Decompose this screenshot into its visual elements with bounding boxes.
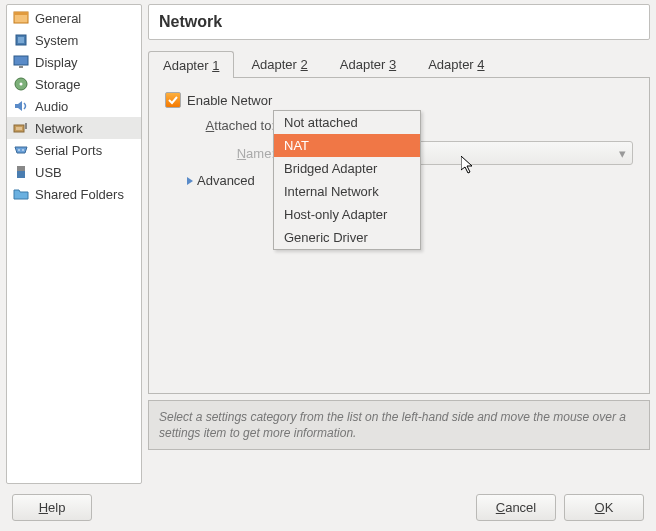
help-button[interactable]: Help [12, 494, 92, 521]
sidebar-label: Storage [35, 77, 81, 92]
sidebar-label: Audio [35, 99, 68, 114]
attached-to-dropdown: Not attached NAT Bridged Adapter Interna… [273, 110, 421, 250]
dropdown-item-not-attached[interactable]: Not attached [274, 111, 420, 134]
sidebar-item-serial[interactable]: Serial Ports [7, 139, 141, 161]
serial-icon [13, 142, 29, 158]
general-icon [13, 10, 29, 26]
hint-box: Select a settings category from the list… [148, 400, 650, 450]
svg-rect-1 [14, 12, 28, 15]
sidebar-label: Network [35, 121, 83, 136]
sidebar-label: Display [35, 55, 78, 70]
svg-point-11 [18, 149, 20, 151]
sidebar-label: Shared Folders [35, 187, 124, 202]
adapter-page: Enable Networ Attached to: Name: ▾ Advan… [148, 78, 650, 394]
display-icon [13, 54, 29, 70]
svg-point-7 [20, 83, 23, 86]
svg-rect-10 [25, 123, 27, 129]
audio-icon [13, 98, 29, 114]
adapter-tabs: Adapter 1 Adapter 2 Adapter 3 Adapter 4 [148, 50, 650, 78]
sidebar-item-storage[interactable]: Storage [7, 73, 141, 95]
sidebar-item-audio[interactable]: Audio [7, 95, 141, 117]
tab-adapter-1[interactable]: Adapter 1 [148, 51, 234, 78]
sidebar-label: Serial Ports [35, 143, 102, 158]
advanced-label: Advanced [197, 173, 255, 188]
svg-rect-9 [16, 127, 22, 130]
sidebar: General System Display Storage Audio Net… [6, 4, 142, 484]
attached-to-label: Attached to: [187, 118, 283, 133]
svg-rect-14 [17, 171, 25, 178]
cancel-button[interactable]: Cancel [476, 494, 556, 521]
sidebar-label: System [35, 33, 78, 48]
dropdown-item-hostonly[interactable]: Host-only Adapter [274, 203, 420, 226]
usb-icon [13, 164, 29, 180]
sidebar-label: General [35, 11, 81, 26]
combo-arrows-icon: ▾ [619, 146, 626, 161]
triangle-right-icon [187, 177, 193, 185]
tab-adapter-4[interactable]: Adapter 4 [413, 50, 499, 77]
enable-adapter-label: Enable Networ [187, 93, 272, 108]
folder-icon [13, 186, 29, 202]
footer: Help Cancel OK [0, 484, 656, 531]
dropdown-item-internal[interactable]: Internal Network [274, 180, 420, 203]
main-panel: Network Adapter 1 Adapter 2 Adapter 3 Ad… [148, 4, 650, 484]
sidebar-item-usb[interactable]: USB [7, 161, 141, 183]
name-label: Name: [187, 146, 283, 161]
sidebar-item-network[interactable]: Network [7, 117, 141, 139]
hint-text: Select a settings category from the list… [159, 409, 639, 441]
tab-adapter-2[interactable]: Adapter 2 [236, 50, 322, 77]
dropdown-item-bridged[interactable]: Bridged Adapter [274, 157, 420, 180]
enable-adapter-checkbox[interactable] [165, 92, 181, 108]
svg-rect-5 [19, 66, 23, 68]
tab-adapter-3[interactable]: Adapter 3 [325, 50, 411, 77]
sidebar-item-display[interactable]: Display [7, 51, 141, 73]
network-icon [13, 120, 29, 136]
page-title: Network [159, 13, 639, 31]
dropdown-item-generic[interactable]: Generic Driver [274, 226, 420, 249]
page-title-box: Network [148, 4, 650, 40]
dropdown-item-nat[interactable]: NAT [274, 134, 420, 157]
svg-rect-13 [17, 166, 25, 171]
storage-icon [13, 76, 29, 92]
svg-point-12 [22, 149, 24, 151]
ok-button[interactable]: OK [564, 494, 644, 521]
svg-rect-4 [14, 56, 28, 65]
chip-icon [13, 32, 29, 48]
sidebar-item-system[interactable]: System [7, 29, 141, 51]
sidebar-item-general[interactable]: General [7, 7, 141, 29]
svg-rect-3 [18, 37, 24, 43]
sidebar-item-shared[interactable]: Shared Folders [7, 183, 141, 205]
sidebar-label: USB [35, 165, 62, 180]
